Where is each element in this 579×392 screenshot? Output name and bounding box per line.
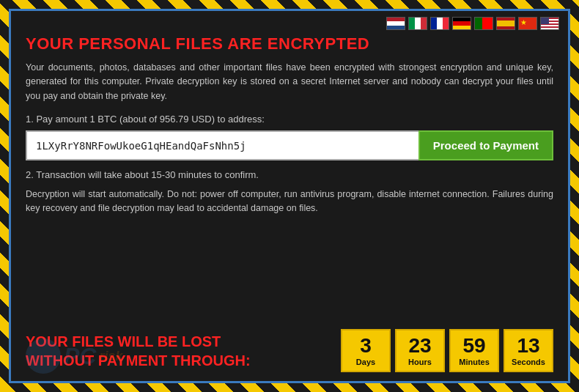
outer-border: YOUR PERSONAL FILES ARE ENCRYPTED Your d…	[0, 0, 579, 392]
flag-pt[interactable]	[474, 17, 493, 30]
watermark: PC risk	[26, 339, 122, 374]
main-title: YOUR PERSONAL FILES ARE ENCRYPTED	[26, 34, 553, 53]
days-label: Days	[356, 358, 375, 366]
proceed-button[interactable]: Proceed to Payment	[418, 130, 553, 160]
seconds-label: Seconds	[512, 358, 545, 366]
countdown-container: 3 Days 23 Hours 59 Minutes 13 Seconds	[341, 329, 553, 372]
content-area: YOUR PERSONAL FILES ARE ENCRYPTED Your d…	[11, 34, 568, 325]
countdown-minutes: 59 Minutes	[449, 329, 499, 372]
flag-fr[interactable]	[430, 17, 449, 30]
btc-address-input[interactable]	[26, 130, 418, 160]
flag-cn[interactable]	[518, 17, 537, 30]
warning-text: Decryption will start automatically. Do …	[26, 188, 553, 215]
watermark-icon	[26, 339, 61, 374]
step1-label: 1. Pay amount 1 BTC (about of 956.79 USD…	[26, 114, 553, 125]
payment-row: Proceed to Payment	[26, 130, 553, 160]
minutes-label: Minutes	[459, 358, 490, 366]
flag-us[interactable]	[540, 17, 559, 30]
countdown-days: 3 Days	[341, 329, 391, 372]
step2-label: 2. Transaction will take about 15-30 min…	[26, 169, 553, 180]
flag-es[interactable]	[496, 17, 515, 30]
flag-de[interactable]	[452, 17, 471, 30]
watermark-risk-text: risk	[99, 349, 122, 364]
countdown-hours: 23 Hours	[395, 329, 445, 372]
flag-nl[interactable]	[386, 17, 405, 30]
watermark-pc-text: PC	[64, 343, 96, 370]
hours-label: Hours	[408, 358, 432, 366]
inner-container: YOUR PERSONAL FILES ARE ENCRYPTED Your d…	[9, 9, 570, 383]
seconds-number: 13	[517, 335, 539, 358]
minutes-number: 59	[462, 335, 485, 358]
flag-it[interactable]	[408, 17, 427, 30]
description-text: Your documents, photos, databases and ot…	[26, 61, 553, 103]
hours-number: 23	[408, 335, 431, 358]
days-number: 3	[360, 335, 372, 358]
countdown-seconds: 13 Seconds	[504, 329, 553, 372]
flags-row	[11, 11, 568, 34]
